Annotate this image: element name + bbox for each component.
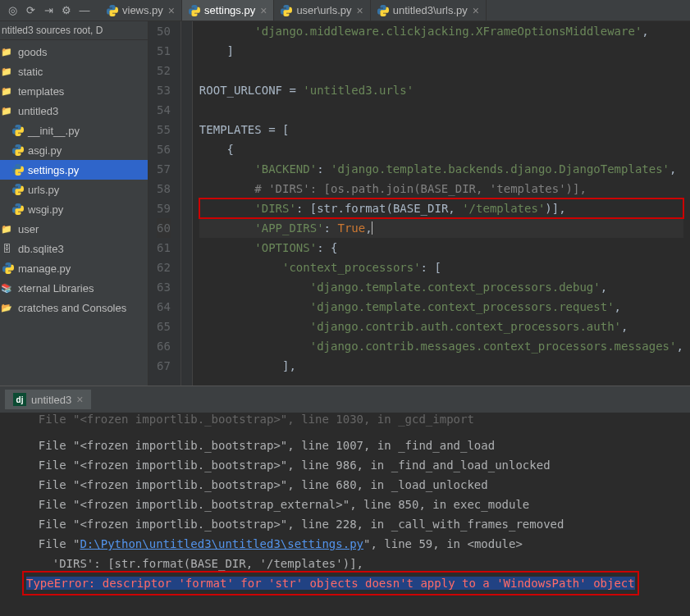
tree-item-label: urls.py (28, 184, 59, 196)
tree-item[interactable]: goods (0, 42, 148, 62)
tree-item[interactable]: __init__.py (0, 121, 148, 140)
tree-item[interactable]: db.sqlite3 (0, 239, 148, 258)
folder-icon (1, 86, 12, 97)
close-icon[interactable]: × (357, 4, 363, 17)
folder-icon (1, 106, 12, 116)
code-line[interactable]: 'django.contrib.auth.context_processors.… (199, 317, 683, 336)
refresh-icon[interactable]: ⟳ (21, 2, 39, 20)
tree-item-label: manage.py (18, 262, 71, 275)
run-panel: dj untitled3 × File "<frozen importlib._… (0, 386, 690, 616)
code-line[interactable]: { (199, 139, 683, 159)
close-icon[interactable]: × (473, 4, 479, 17)
tab-label: views.py (122, 4, 163, 16)
code-lines[interactable]: 'django.middleware.clickjacking.XFrameOp… (193, 21, 690, 386)
tree-item[interactable]: cratches and Consoles (0, 298, 148, 317)
tree-item[interactable]: user (0, 219, 148, 239)
code-line[interactable]: 'django.template.context_processors.requ… (199, 297, 683, 317)
gear-icon[interactable]: ⚙ (57, 2, 75, 20)
tree-item-label: settings.py (28, 164, 79, 176)
tree-item-label: __init__.py (28, 125, 80, 137)
code-line[interactable]: ROOT_URLCONF = 'untitled3.urls' (199, 80, 683, 100)
tree-item-label: static (18, 66, 43, 78)
code-line[interactable]: 'DIRS': [str.format(BASE_DIR, '/template… (199, 198, 683, 218)
tree-item[interactable]: templates (0, 81, 148, 101)
fold-column[interactable] (181, 21, 193, 386)
tree-item[interactable]: static (0, 62, 148, 81)
traceback-line: File "<frozen importlib._bootstrap_exter… (25, 495, 682, 514)
error-message: TypeError: descriptor 'format' for 'str'… (26, 577, 635, 590)
traceback-line: File "<frozen importlib._bootstrap>", li… (25, 436, 682, 455)
scratch-icon (1, 303, 12, 313)
traceback-line: File "<frozen importlib._bootstrap>", li… (25, 455, 682, 475)
code-line[interactable]: 'django.middleware.clickjacking.XFrameOp… (199, 21, 683, 41)
tree-item[interactable]: manage.py (0, 258, 148, 278)
run-tab[interactable]: dj untitled3 × (5, 390, 91, 409)
tab-label: untitled3\urls.py (393, 4, 468, 16)
minimize-icon[interactable]: — (75, 2, 94, 20)
run-tab-label: untitled3 (31, 394, 71, 406)
file-link[interactable]: D:\Python\untitled3\untitled3\settings.p… (80, 537, 363, 550)
tree-item-label: db.sqlite3 (18, 243, 64, 255)
editor-tab[interactable]: views.py× (100, 0, 182, 21)
breadcrumb: ntitled3 sources root, D (0, 21, 148, 40)
project-tree[interactable]: goodsstatictemplatesuntitled3__init__.py… (0, 40, 148, 319)
code-line[interactable]: TEMPLATES = [ (199, 120, 683, 139)
code-line[interactable]: 'BACKEND': 'django.template.backends.dja… (199, 159, 683, 179)
editor-tabs: views.py×settings.py×user\urls.py×untitl… (100, 0, 487, 21)
run-output[interactable]: File "<frozen importlib._bootstrap>", li… (0, 413, 690, 616)
code-line[interactable]: 'OPTIONS': { (199, 238, 683, 258)
tree-item[interactable]: urls.py (0, 180, 148, 199)
editor-tab[interactable]: settings.py× (182, 0, 274, 21)
code-line[interactable]: 'django.contrib.messages.context_process… (199, 336, 683, 356)
close-icon[interactable]: × (76, 393, 83, 406)
code-line[interactable]: 'context_processors': [ (199, 258, 683, 277)
traceback-line: File "<frozen importlib._bootstrap>", li… (25, 409, 682, 429)
tree-item-label: templates (18, 85, 64, 98)
traceback-line: File "D:\Python\untitled3\untitled3\sett… (25, 534, 682, 554)
tree-item-label: untitled3 (18, 105, 58, 117)
tab-label: user\urls.py (296, 4, 351, 16)
tree-item[interactable]: untitled3 (0, 101, 148, 121)
tree-item[interactable]: settings.py (0, 160, 148, 180)
code-editor[interactable]: 505152535455565758596061626364656667 'dj… (149, 21, 690, 386)
collapse-icon[interactable]: ⇥ (39, 2, 57, 20)
code-line[interactable] (199, 61, 683, 80)
folder-icon (1, 47, 12, 57)
tree-item[interactable]: wsgi.py (0, 199, 148, 219)
tree-item-label: cratches and Consoles (18, 302, 126, 314)
code-line[interactable]: 'APP_DIRS': True, (199, 218, 683, 238)
code-line[interactable]: ], (199, 356, 683, 376)
editor-tab[interactable]: untitled3\urls.py× (371, 0, 487, 21)
target-icon[interactable]: ◎ (3, 2, 21, 20)
code-line[interactable]: 'django.template.context_processors.debu… (199, 277, 683, 297)
top-toolbar: ◎ ⟳ ⇥ ⚙ — views.py×settings.py×user\urls… (0, 0, 690, 21)
tree-item[interactable]: asgi.py (0, 140, 148, 160)
tree-item-label: user (18, 223, 39, 235)
code-line[interactable]: ] (199, 41, 683, 61)
folder-icon (1, 66, 12, 77)
close-icon[interactable]: × (260, 4, 267, 17)
code-line[interactable]: # 'DIRS': [os.path.join(BASE_DIR, 'templ… (199, 179, 683, 198)
project-sidebar: ntitled3 sources root, D goodsstatictemp… (0, 21, 149, 386)
traceback-line: File "<frozen importlib._bootstrap>", li… (25, 475, 682, 495)
traceback-line: 'DIRS': [str.format(BASE_DIR, '/template… (25, 554, 682, 573)
django-icon: dj (13, 393, 26, 406)
tree-item[interactable]: xternal Libraries (0, 278, 148, 298)
close-icon[interactable]: × (168, 4, 175, 17)
editor-tab[interactable]: user\urls.py× (274, 0, 370, 21)
tab-label: settings.py (204, 4, 255, 16)
exit-message: Process finished with exit code 1 (25, 613, 682, 616)
library-icon (1, 283, 12, 294)
tree-item-label: wsgi.py (28, 203, 63, 216)
tree-item-label: goods (18, 46, 47, 58)
line-gutter: 505152535455565758596061626364656667 (149, 21, 181, 386)
folder-icon (1, 224, 12, 235)
tree-item-label: xternal Libraries (18, 282, 94, 294)
code-line[interactable] (199, 100, 683, 120)
tree-item-label: asgi.py (28, 144, 62, 157)
db-icon (2, 244, 11, 253)
traceback-line: File "<frozen importlib._bootstrap>", li… (25, 514, 682, 534)
